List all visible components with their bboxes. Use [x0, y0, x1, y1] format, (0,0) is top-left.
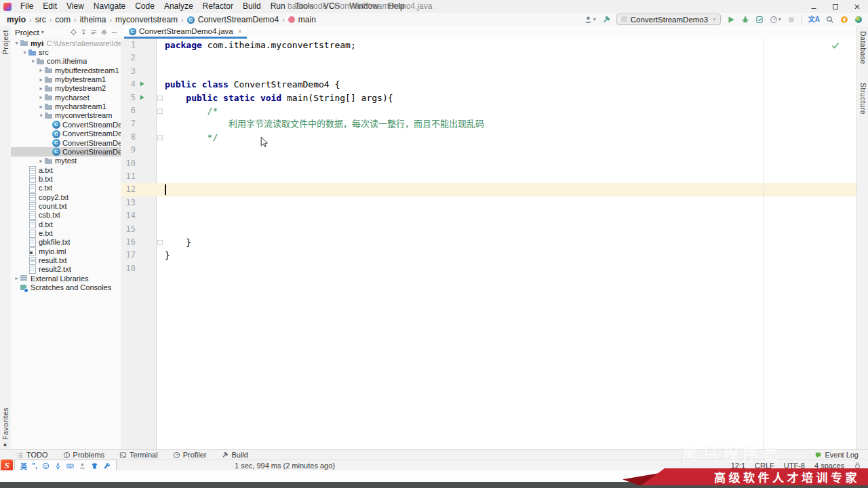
tree-item-external-libraries[interactable]: ▸External Libraries [11, 274, 121, 283]
code-line-1[interactable]: package com.itheima.myconvertstream; [157, 39, 856, 52]
tool-button-database[interactable]: Database [859, 31, 867, 64]
tree-item-b-txt[interactable]: b.txt [11, 174, 121, 183]
breadcrumb-convertstreamdemo4[interactable]: ConvertStreamDemo4 [197, 15, 280, 24]
sogou-logo-icon[interactable]: S [1, 460, 13, 471]
gear-icon[interactable] [100, 28, 108, 36]
stop-icon[interactable] [787, 14, 795, 25]
code-line-4[interactable]: public class ConvertStreamDemo4 { [157, 78, 856, 91]
code-line-7[interactable]: 利用字节流读取文件中的数据，每次读一整行，而且不能出现乱码 [157, 117, 856, 130]
ide-sphere-icon[interactable] [854, 14, 863, 25]
tree-item-csb-txt[interactable]: csb.txt [11, 211, 121, 220]
run-line-icon[interactable] [139, 81, 146, 87]
tool-button-profiler[interactable]: Profiler [173, 451, 207, 459]
code-line-15[interactable] [157, 223, 856, 236]
tree-item-com-itheima[interactable]: ▾com.itheima [11, 57, 121, 66]
person-icon[interactable] [79, 462, 86, 470]
inspection-ok-icon[interactable] [831, 41, 840, 49]
tree-item-scratches-and-consoles[interactable]: Scratches and Consoles [11, 283, 121, 291]
code-line-11[interactable] [157, 170, 856, 183]
tree-item-mybytestream1[interactable]: ▸mybytestream1 [11, 75, 121, 83]
profiler-icon[interactable]: ▾ [770, 14, 781, 25]
tree-item-count-txt[interactable]: count.txt [11, 201, 121, 210]
breadcrumb-main[interactable]: main [297, 15, 317, 24]
tree-item-mytest[interactable]: ▸mytest [11, 157, 121, 165]
tree-chevron-icon[interactable]: ▸ [38, 157, 44, 165]
tree-item-src[interactable]: ▾src [11, 47, 121, 56]
update-icon[interactable] [840, 14, 848, 25]
code-line-6[interactable]: /* [157, 104, 856, 117]
coverage-icon[interactable] [755, 14, 764, 25]
tree-chevron-icon[interactable]: ▸ [38, 84, 44, 93]
code-line-5[interactable]: public static void main(String[] args){ [157, 92, 856, 104]
user-icon[interactable]: ▾ [585, 14, 596, 25]
menu-navigate[interactable]: Navigate [89, 0, 130, 13]
tree-chevron-icon[interactable]: ▾ [30, 57, 36, 66]
run-icon[interactable] [727, 14, 735, 25]
code-line-18[interactable] [157, 262, 856, 275]
tree-item-convertstreamdemo3[interactable]: CConvertStreamDemo3 [11, 138, 121, 147]
breadcrumb-src[interactable]: src [34, 15, 47, 24]
tool-button-project[interactable]: Project [1, 30, 9, 54]
options-icon[interactable] [90, 28, 98, 36]
debug-icon[interactable] [741, 14, 749, 25]
tool-button-todo[interactable]: TODO [16, 451, 48, 459]
tool-button-favorites[interactable]: ★ Favorites [1, 407, 9, 448]
tree-item-myio[interactable]: ▾myioC:\Users\alienware\IdeaProjec [11, 39, 121, 47]
tree-item-c-txt[interactable]: c.txt [11, 184, 121, 192]
tree-chevron-icon[interactable]: ▸ [38, 102, 44, 111]
project-view-selector[interactable]: Project [15, 28, 39, 37]
menu-code[interactable]: Code [130, 0, 159, 13]
run-line-icon[interactable] [139, 94, 146, 101]
tool-button-build[interactable]: Build [221, 451, 248, 459]
tree-chevron-icon[interactable]: ▸ [38, 93, 44, 102]
build-hammer-icon[interactable] [602, 14, 610, 25]
tool-button-problems[interactable]: Problems [63, 451, 104, 459]
breadcrumb-itheima[interactable]: itheima [79, 15, 108, 24]
tree-chevron-icon[interactable]: ▾ [22, 48, 28, 57]
tree-chevron-icon[interactable]: ▸ [14, 274, 20, 283]
tree-chevron-icon[interactable]: ▸ [38, 75, 44, 84]
breadcrumb-com[interactable]: com [54, 15, 72, 24]
chinese-english-icon[interactable]: 英 [20, 461, 27, 471]
locate-icon[interactable] [70, 28, 77, 36]
tree-item-mybytestream2[interactable]: ▸mybytestream2 [11, 84, 121, 93]
tool-button-event-log[interactable]: Event Log [814, 451, 868, 459]
code-line-16[interactable]: } [157, 236, 856, 249]
menu-refactor[interactable]: Refactor [198, 0, 238, 13]
tree-item-result2-txt[interactable]: result2.txt [11, 265, 121, 274]
menu-edit[interactable]: Edit [38, 0, 62, 13]
tree-chevron-icon[interactable]: ▾ [38, 111, 44, 120]
skin-icon[interactable] [91, 462, 98, 470]
tree-item-mybufferedstream1[interactable]: ▸mybufferedstream1 [11, 66, 121, 75]
menu-file[interactable]: File [16, 0, 38, 13]
search-icon[interactable] [826, 14, 834, 25]
wrench-icon[interactable] [103, 462, 111, 470]
tree-item-d-txt[interactable]: d.txt [11, 220, 121, 228]
run-configuration-select[interactable]: ConvertStreamDemo3˅ [616, 14, 721, 25]
menu-build[interactable]: Build [238, 0, 266, 13]
close-tab-icon[interactable]: × [238, 28, 242, 35]
close-button[interactable] [846, 0, 868, 13]
code-line-10[interactable] [157, 157, 856, 170]
keyboard-icon[interactable] [66, 462, 74, 470]
tree-item-convertstreamdemo2[interactable]: CConvertStreamDemo2 [11, 129, 121, 138]
code-line-12[interactable] [157, 183, 856, 196]
tree-item-gbkfile-txt[interactable]: gbkfile.txt [11, 238, 121, 247]
translate-icon[interactable]: 文A [808, 14, 820, 25]
code-line-17[interactable]: } [157, 249, 856, 262]
tree-item-result-txt[interactable]: result.txt [11, 256, 121, 264]
tree-item-convertstreamdemo4[interactable]: CConvertStreamDemo4 [11, 147, 121, 156]
minimize-button[interactable] [803, 0, 825, 13]
tree-item-myio-iml[interactable]: myio.iml [11, 247, 121, 256]
tree-item-a-txt[interactable]: a.txt [11, 165, 121, 174]
tree-chevron-icon[interactable]: ▸ [38, 66, 44, 75]
tree-chevron-icon[interactable]: ▾ [14, 39, 20, 47]
tool-button-terminal[interactable]: Terminal [119, 451, 158, 459]
code-line-2[interactable] [157, 52, 856, 64]
code-line-14[interactable] [157, 209, 856, 222]
tree-item-copy2-txt[interactable]: copy2.txt [11, 192, 121, 201]
breadcrumb-myio[interactable]: myio [5, 15, 27, 24]
collapse-all-icon[interactable] [80, 28, 87, 36]
code-editor[interactable]: 123456789101112131415161718 package com.… [121, 39, 856, 449]
code-line-3[interactable] [157, 65, 856, 78]
